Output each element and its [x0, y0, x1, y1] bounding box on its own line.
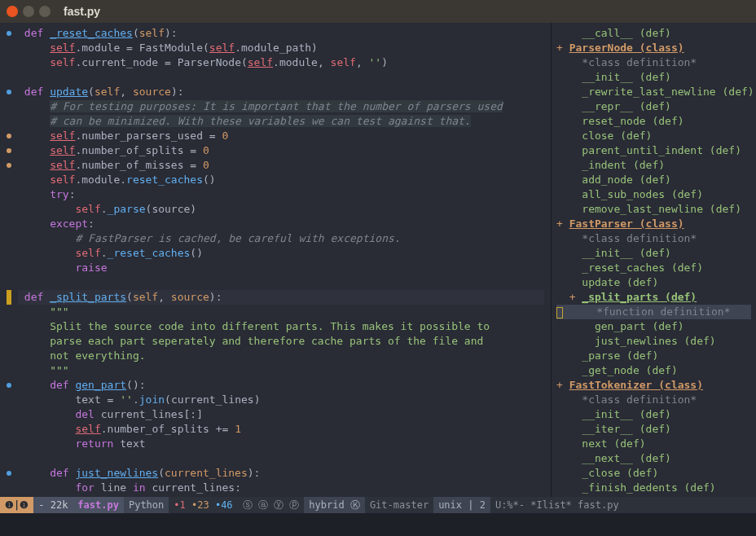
gutter-marker	[0, 451, 18, 466]
code-line[interactable]: # FastParser is cached, be careful with …	[18, 231, 544, 246]
minimize-icon[interactable]	[23, 6, 34, 17]
code-line[interactable]: self.module = FastModule(self.module_pat…	[18, 41, 544, 55]
status-enc: unix | 2	[433, 497, 490, 513]
code-line[interactable]: self.number_of_splits += 1	[18, 422, 544, 437]
code-line[interactable]: text = ''.join(current_lines)	[18, 393, 544, 407]
code-line[interactable]: self.number_of_misses = 0	[18, 158, 544, 173]
outline-item[interactable]: next (def)	[556, 437, 751, 451]
code-line[interactable]: def update(self, source):	[18, 85, 544, 99]
gutter-marker	[0, 349, 18, 363]
gutter-marker	[0, 422, 18, 437]
code-editor[interactable]: def _reset_caches(self): self.module = F…	[18, 23, 551, 497]
gutter-marker	[0, 173, 18, 187]
outline-sidebar[interactable]: __call__ (def)+ ParserNode (class) *clas…	[551, 23, 756, 497]
outline-item[interactable]: *class definition*	[556, 55, 751, 70]
bottom-padding	[0, 513, 756, 536]
code-line[interactable]	[18, 275, 544, 290]
gutter-marker	[0, 466, 18, 481]
code-line[interactable]: """	[18, 363, 544, 378]
code-line[interactable]: self.number_parsers_used = 0	[18, 129, 544, 143]
window-titlebar: fast.py	[0, 0, 756, 23]
outline-item[interactable]: reset_node (def)	[556, 114, 751, 129]
status-hybrid: hybrid Ⓚ	[304, 497, 365, 513]
gutter-marker	[0, 246, 18, 261]
status-lint: •1 •23 •46	[169, 497, 237, 513]
outline-item[interactable]: add_node (def)	[556, 173, 751, 187]
status-lang: Python	[124, 497, 169, 513]
code-line[interactable]: self.current_node = ParserNode(self.modu…	[18, 55, 544, 70]
code-line[interactable]: self.module.reset_caches()	[18, 173, 544, 187]
outline-item[interactable]: close (def)	[556, 129, 751, 143]
code-line[interactable]: # For testing purposes: It is important …	[18, 99, 544, 114]
outline-item[interactable]: *function definition*	[556, 305, 751, 319]
gutter-marker	[0, 129, 18, 143]
outline-item[interactable]: _indent (def)	[556, 158, 751, 173]
gutter-marker	[0, 70, 18, 85]
gutter-marker	[0, 319, 18, 334]
outline-item[interactable]: *class definition*	[556, 393, 751, 407]
status-file: fast.py	[73, 497, 124, 513]
outline-item[interactable]: _close (def)	[556, 466, 751, 481]
outline-item[interactable]: + FastParser (class)	[556, 217, 751, 231]
gutter-marker	[0, 41, 18, 55]
outline-item[interactable]: + _split_parts (def)	[556, 290, 751, 305]
gutter-marker	[0, 26, 18, 41]
outline-item[interactable]: __init__ (def)	[556, 407, 751, 422]
outline-item[interactable]: just_newlines (def)	[556, 334, 751, 349]
outline-item[interactable]: __init__ (def)	[556, 70, 751, 85]
maximize-icon[interactable]	[39, 6, 51, 17]
outline-item[interactable]: __init__ (def)	[556, 246, 751, 261]
code-line[interactable]: Split the source code into different par…	[18, 319, 544, 334]
outline-item[interactable]: _reset_caches (def)	[556, 261, 751, 275]
code-line[interactable]: def gen_part():	[18, 378, 544, 393]
code-line[interactable]: del current_lines[:]	[18, 407, 544, 422]
code-line[interactable]: self._reset_caches()	[18, 246, 544, 261]
outline-item[interactable]: *class definition*	[556, 231, 751, 246]
gutter-marker	[0, 187, 18, 202]
gutter-marker	[0, 393, 18, 407]
gutter-marker	[0, 334, 18, 349]
gutter-marker	[0, 275, 18, 290]
outline-item[interactable]: _rewrite_last_newline (def)	[556, 85, 751, 99]
code-line[interactable]: for line in current_lines:	[18, 481, 544, 495]
code-line[interactable]: return text	[18, 437, 544, 451]
outline-item[interactable]: parent_until_indent (def)	[556, 143, 751, 158]
code-line[interactable]: self._parse(source)	[18, 202, 544, 217]
outline-item[interactable]: __call__ (def)	[556, 26, 751, 41]
outline-item[interactable]: _parse (def)	[556, 349, 751, 363]
gutter-marker	[0, 261, 18, 275]
outline-item[interactable]: _finish_dedents (def)	[556, 481, 751, 495]
code-line[interactable]: self.number_of_splits = 0	[18, 143, 544, 158]
code-line[interactable]	[18, 70, 544, 85]
gutter-marker	[0, 378, 18, 393]
outline-item[interactable]: + FastTokenizer (class)	[556, 378, 751, 393]
code-line[interactable]: not everything.	[18, 349, 544, 363]
code-line[interactable]: try:	[18, 187, 544, 202]
gutter-marker	[0, 55, 18, 70]
code-line[interactable]: def _split_parts(self, source):	[18, 290, 544, 305]
code-line[interactable]: """	[18, 305, 544, 319]
outline-item[interactable]: __repr__ (def)	[556, 99, 751, 114]
outline-item[interactable]: __next__ (def)	[556, 451, 751, 466]
status-flags: ⓢ ⓐ ⓨ ⓟ	[238, 497, 305, 513]
outline-item[interactable]: update (def)	[556, 275, 751, 290]
statusbar: ❶|❶ - 22k fast.py Python •1 •23 •46 ⓢ ⓐ …	[0, 497, 756, 513]
close-icon[interactable]	[7, 6, 18, 17]
status-size: - 22k	[33, 497, 73, 513]
code-line[interactable]: parse each part seperately and therefore…	[18, 334, 544, 349]
code-line[interactable]	[18, 451, 544, 466]
outline-item[interactable]: + ParserNode (class)	[556, 41, 751, 55]
code-line[interactable]: def just_newlines(current_lines):	[18, 466, 544, 481]
gutter-marker	[0, 217, 18, 231]
code-line[interactable]: raise	[18, 261, 544, 275]
outline-item[interactable]: remove_last_newline (def)	[556, 202, 751, 217]
gutter-marker	[0, 231, 18, 246]
outline-item[interactable]: __iter__ (def)	[556, 422, 751, 437]
outline-item[interactable]: gen_part (def)	[556, 319, 751, 334]
code-line[interactable]: # can be minimized. With these variables…	[18, 114, 544, 129]
outline-item[interactable]: _get_node (def)	[556, 363, 751, 378]
gutter-marker	[0, 437, 18, 451]
code-line[interactable]: except:	[18, 217, 544, 231]
outline-item[interactable]: all_sub_nodes (def)	[556, 187, 751, 202]
code-line[interactable]: def _reset_caches(self):	[18, 26, 544, 41]
